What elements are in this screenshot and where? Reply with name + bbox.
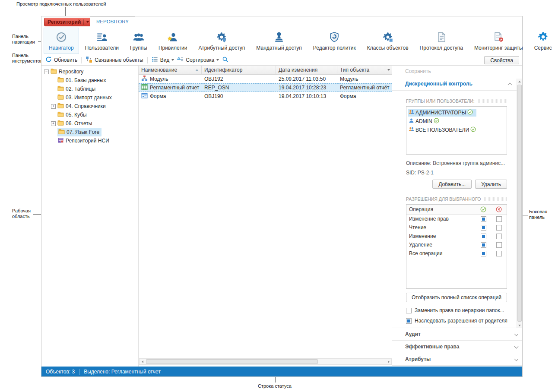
permissions-header: Операция — [406, 205, 507, 215]
collapse-expander-icon[interactable]: − — [44, 70, 49, 74]
ribbon-item-privileges[interactable]: Привилегии — [153, 28, 193, 54]
allow-checkbox[interactable] — [481, 216, 486, 222]
add-button[interactable]: Добавить... — [432, 180, 472, 189]
related-objects-icon — [86, 56, 92, 64]
search-icon — [222, 56, 228, 64]
ribbon-item-navigator[interactable]: Навигатор — [44, 28, 79, 54]
scrollbar-thumb[interactable] — [146, 359, 318, 364]
ribbon-item-policy-editor[interactable]: Редактор политик — [308, 28, 361, 54]
related-objects-button[interactable]: Связанные объекты — [86, 56, 143, 64]
deny-checkbox[interactable] — [496, 216, 502, 222]
tools-panel: Обновить Связанные объекты Вид Сортировк… — [41, 55, 522, 66]
section-audit[interactable]: Аудит — [392, 328, 522, 340]
connected-users-button[interactable]: Репозиторий — [44, 18, 92, 26]
tree-item-nsi-repository[interactable]: Репозиторий НСИ — [41, 136, 138, 145]
ribbon-item-attribute-access[interactable]: Атрибутный доступ — [193, 28, 251, 54]
delete-button[interactable]: Удалить — [475, 180, 507, 189]
vertical-scrollbar[interactable] — [517, 79, 522, 328]
expand-expander-icon[interactable]: + — [51, 121, 56, 126]
column-header-modified[interactable]: Дата изменения — [276, 66, 337, 74]
table-row-selected[interactable]: Регламентный отчет REP_OSN 19.04.2017 10… — [139, 83, 393, 92]
allow-checkbox[interactable] — [481, 234, 486, 239]
chevron-down-icon — [514, 345, 519, 349]
properties-button[interactable]: Свойства — [484, 56, 519, 64]
scrollbar-thumb[interactable] — [517, 85, 522, 322]
permissions-label: РАЗРЕШЕНИЯ ДЛЯ ВЫБРАННОГО — [406, 196, 481, 202]
search-button[interactable] — [222, 56, 228, 64]
related-objects-label: Связанные объекты — [95, 57, 143, 63]
view-menu-button[interactable]: Вид — [152, 56, 174, 64]
expand-expander-icon[interactable]: + — [51, 104, 56, 109]
tree-item-repository-root[interactable]: − Repository — [41, 67, 138, 76]
scroll-left-arrow[interactable] — [140, 359, 145, 364]
list-item-administrators[interactable]: АДМИНИСТРАТОРЫ — [408, 108, 505, 117]
chevron-down-icon — [514, 357, 519, 361]
ribbon-item-groups[interactable]: Группы — [125, 28, 152, 54]
selected-object: Выделено: Регламентный отчет — [84, 369, 161, 375]
horizontal-scrollbar[interactable] — [139, 358, 392, 365]
operation-label: Удаление — [406, 242, 476, 248]
deny-checkbox[interactable] — [496, 234, 502, 239]
tree-item-label: 05. Кубы — [66, 112, 87, 118]
refresh-label: Обновить — [54, 57, 77, 63]
section-attributes[interactable]: Атрибуты — [392, 353, 522, 366]
check-circle-icon — [470, 126, 476, 133]
column-header-name[interactable]: Наименование — [139, 66, 202, 74]
annotation-nav-panel: Панель навигации — [12, 34, 35, 45]
save-button[interactable]: Сохранить — [392, 66, 517, 77]
table-row[interactable]: Форма OBJ190 19.04.2017 10:10:13 Форма — [139, 92, 393, 101]
section-effective-rights[interactable]: Эффективные права — [392, 340, 522, 353]
tree-item-label: 03. Импорт данных — [66, 95, 112, 101]
policy-editor-icon — [329, 31, 340, 43]
refresh-button[interactable]: Обновить — [45, 56, 77, 64]
ribbon-item-mandatory-access[interactable]: Мандатный доступ — [251, 28, 307, 54]
inherit-permissions-checkbox[interactable] — [406, 318, 412, 324]
tree-item-tables[interactable]: 02. Таблицы — [41, 85, 138, 93]
allow-checkbox[interactable] — [481, 242, 486, 248]
ribbon-item-users[interactable]: Пользователи — [80, 28, 124, 54]
list-item-all-users[interactable]: ВСЕ ПОЛЬЗОВАТЕЛИ — [408, 126, 505, 134]
deny-checkbox[interactable] — [496, 251, 502, 256]
ribbon-item-security-monitoring[interactable]: Мониторинг защиты — [469, 28, 528, 54]
ribbon-item-access-protocol[interactable]: Протокол доступа — [415, 28, 468, 54]
column-header-type[interactable]: Тип объекта — [337, 66, 393, 74]
replace-hierarchy-checkbox[interactable] — [406, 308, 412, 313]
tab-repository[interactable]: REPOSITORY — [90, 16, 135, 27]
deny-checkbox[interactable] — [496, 225, 502, 231]
ribbon-item-label: Привилегии — [159, 45, 187, 51]
scroll-right-arrow[interactable] — [386, 359, 391, 364]
ribbon-item-label: Сервис — [534, 45, 552, 51]
tree-item-reports[interactable]: + 06. Отчеты — [41, 119, 138, 128]
tree-item-label: 07. Язык Fore — [67, 129, 99, 135]
section-discretionary-control[interactable]: Дискреционный контроль — [392, 77, 517, 91]
tree-item-cubes[interactable]: 05. Кубы — [41, 111, 138, 119]
side-panel: Сохранить Дискреционный контроль ГРУППЫ … — [392, 66, 522, 367]
tree-item-databases[interactable]: 01. Базы данных — [41, 76, 138, 85]
list-item-admin[interactable]: ADMIN — [408, 117, 505, 126]
column-header-identifier[interactable]: Идентификатор — [202, 66, 276, 74]
tree-item-fore-language[interactable]: 07. Язык Fore — [41, 128, 138, 136]
folder-icon — [57, 103, 64, 110]
ribbon-item-object-classes[interactable]: Классы объектов — [362, 28, 414, 54]
table-row[interactable]: Модуль OBJ192 25.09.2017 11:03:50 Модуль — [139, 75, 393, 83]
tree-item-import[interactable]: 03. Импорт данных — [41, 93, 138, 102]
allow-checkbox[interactable] — [481, 225, 486, 231]
chevron-down-icon — [171, 59, 174, 61]
object-list: Наименование Идентификатор Дата изменени… — [139, 66, 393, 367]
scroll-up-arrow[interactable] — [517, 79, 522, 84]
status-bar: Объектов: 3 Выделено: Регламентный отчет — [41, 367, 522, 376]
deny-checkbox[interactable] — [496, 242, 502, 248]
ribbon-item-service[interactable]: Сервис — [529, 28, 555, 54]
show-all-operations-button[interactable]: Отобразить полный список операций — [406, 293, 507, 302]
allow-checkbox[interactable] — [481, 251, 486, 256]
operation-label: Чтение — [406, 224, 476, 231]
access-protocol-icon — [436, 31, 447, 43]
toolbar-separator — [81, 57, 82, 63]
cell-modified: 25.09.2017 11:03:50 — [279, 76, 326, 82]
form-icon — [141, 92, 148, 100]
folder-icon — [51, 68, 57, 75]
object-classes-icon — [382, 31, 393, 43]
sort-menu-button[interactable]: Сортировка — [177, 56, 219, 64]
tree-item-dictionaries[interactable]: + 04. Справочники — [41, 102, 138, 111]
groups-users-list[interactable]: АДМИНИСТРАТОРЫ ADMIN — [406, 106, 507, 155]
